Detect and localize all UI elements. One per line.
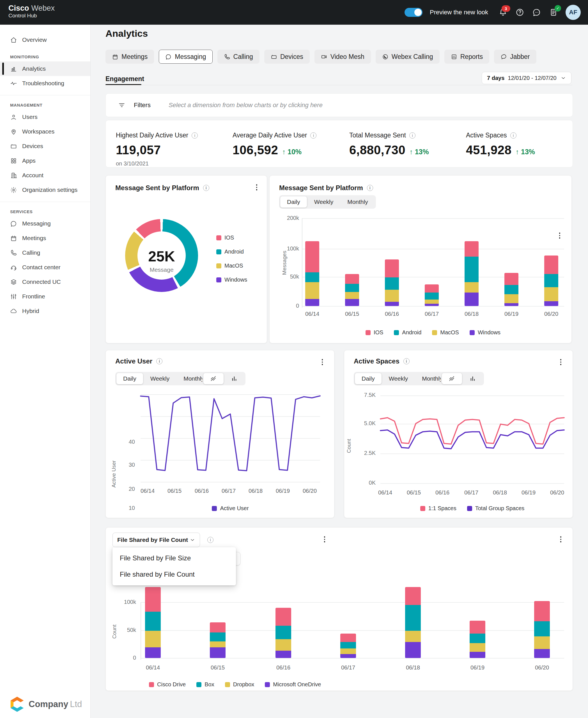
bar-segment — [534, 621, 550, 636]
date-range-preset: 7 days — [487, 75, 504, 81]
sidebar-item-account[interactable]: Account — [0, 168, 90, 183]
company-logo-icon — [9, 696, 25, 712]
sidebar-item-calling[interactable]: Calling — [0, 246, 90, 260]
tab-meetings[interactable]: Meetings — [105, 50, 154, 64]
period-tab-weekly[interactable]: Weekly — [144, 373, 176, 384]
chart-type-bar-button[interactable] — [224, 373, 244, 384]
help-button[interactable] — [515, 7, 525, 17]
avatar[interactable]: AF — [566, 5, 581, 20]
info-icon[interactable]: i — [367, 185, 373, 191]
jabber-icon — [501, 54, 507, 60]
bar-segment — [210, 641, 226, 648]
donut-center-value: 25K — [139, 248, 184, 265]
x-tick: 06/16 — [195, 488, 209, 494]
tasks-button[interactable]: ✓ — [549, 7, 558, 17]
tab-messaging[interactable]: Messaging — [159, 50, 212, 64]
bar-segment — [465, 257, 479, 282]
sidebar-item-devices[interactable]: Devices — [0, 139, 90, 153]
kebab-menu[interactable] — [321, 535, 328, 543]
preview-toggle[interactable] — [404, 8, 422, 17]
user-icon — [10, 113, 17, 121]
calendar-icon — [10, 235, 17, 242]
tab-engagement[interactable]: Engagement — [105, 75, 144, 83]
info-icon[interactable]: i — [510, 132, 517, 139]
kpi-row: Highest Daily Active Useri119,057on 3/10… — [105, 120, 573, 167]
sidebar-item-connected-uc[interactable]: Connected UC — [0, 275, 90, 289]
active-user-title-text: Active User — [115, 357, 152, 365]
sidebar-item-label: Users — [22, 113, 38, 120]
info-icon[interactable]: i — [192, 132, 198, 139]
period-tab-daily[interactable]: Daily — [117, 373, 143, 384]
legend-swatch — [420, 506, 425, 511]
sidebar-item-users[interactable]: Users — [0, 110, 90, 124]
info-icon[interactable]: i — [207, 537, 213, 543]
gridline — [141, 602, 564, 603]
gridline — [141, 658, 564, 658]
sidebar-item-hybrid[interactable]: Hybrid — [0, 304, 90, 318]
gear-icon — [10, 187, 17, 193]
brand: CiscoWebex Control Hub — [8, 4, 55, 19]
notifications-button[interactable]: 3 — [498, 7, 508, 17]
tabs-divider — [105, 85, 572, 85]
bar-segment — [425, 304, 439, 306]
period-tab-daily[interactable]: Daily — [280, 196, 307, 208]
legend-label: 1:1 Spaces — [428, 505, 457, 511]
tab-reports[interactable]: Reports — [444, 50, 489, 64]
kebab-menu[interactable] — [556, 232, 563, 239]
y-tick: 10 — [112, 505, 135, 511]
chart-type-line-button[interactable] — [203, 373, 224, 384]
legend-swatch — [225, 682, 230, 687]
kebab-menu[interactable] — [558, 535, 564, 543]
tab-devices[interactable]: Devices — [264, 50, 310, 64]
sidebar-item-frontline[interactable]: Frontline — [0, 289, 90, 304]
x-tick: 06/18 — [493, 489, 507, 496]
info-icon[interactable]: i — [156, 358, 163, 364]
file-metric-dropdown[interactable]: File Shared by File Count — [112, 533, 200, 547]
chart-type-bar-button[interactable] — [463, 373, 483, 384]
info-icon[interactable]: i — [310, 132, 316, 139]
tab-webex-calling[interactable]: Webex Calling — [376, 50, 440, 64]
sidebar-item-troubleshooting[interactable]: Troubleshooting — [0, 76, 90, 90]
bar-segment — [469, 634, 485, 643]
chart-type-line-button[interactable] — [442, 373, 462, 384]
kebab-menu[interactable] — [319, 358, 326, 366]
bar-segment — [275, 626, 291, 639]
y-tick: 0 — [113, 655, 136, 661]
file-metric-menu: File Shared by File Size File shared by … — [112, 547, 236, 585]
donut-center: 25K Message — [139, 248, 184, 273]
kebab-menu[interactable] — [558, 358, 564, 366]
period-tab-daily[interactable]: Daily — [355, 373, 381, 384]
menu-item-file-size[interactable]: File Shared by File Size — [112, 550, 236, 566]
bar-segment — [385, 259, 399, 277]
bar-segment — [469, 652, 485, 658]
info-icon[interactable]: i — [203, 185, 209, 191]
sidebar-item-contact-center[interactable]: Contact center — [0, 260, 90, 275]
line-series — [380, 430, 564, 449]
sidebar-item-messaging[interactable]: Messaging — [0, 216, 90, 231]
tab-jabber[interactable]: Jabber — [494, 50, 536, 64]
legend-label: Dropbox — [233, 681, 254, 688]
tab-calling[interactable]: Calling — [217, 50, 259, 64]
sidebar-item-analytics[interactable]: Analytics — [0, 61, 90, 76]
sidebar-item-overview[interactable]: Overview — [0, 33, 90, 47]
sidebar-item-apps[interactable]: Apps — [0, 153, 90, 168]
gridline — [141, 394, 320, 395]
period-tab-weekly[interactable]: Weekly — [308, 196, 340, 208]
bars-title-text: Message Sent by Platform — [279, 184, 363, 192]
legend-label: Microsoft OneDrive — [273, 681, 321, 688]
info-icon[interactable]: i — [403, 358, 410, 364]
feedback-button[interactable] — [532, 7, 542, 17]
sidebar-item-workspaces[interactable]: Workspaces — [0, 124, 90, 139]
period-tab-weekly[interactable]: Weekly — [382, 373, 415, 384]
filters-bar[interactable]: Filters Select a dimension from below ch… — [105, 93, 573, 117]
info-icon[interactable]: i — [409, 132, 416, 139]
date-range-select[interactable]: 7 days 12/01/20 - 12/07/20 — [482, 72, 571, 84]
sidebar-item-organization-settings[interactable]: Organization settings — [0, 183, 90, 197]
brand-product: Control Hub — [8, 13, 55, 19]
menu-item-file-count[interactable]: File shared by File Count — [112, 566, 236, 583]
period-tab-monthly[interactable]: Monthly — [340, 196, 375, 208]
kebab-menu[interactable] — [253, 184, 260, 191]
tab-video-mesh[interactable]: Video Mesh — [314, 50, 371, 64]
sidebar-item-meetings[interactable]: Meetings — [0, 231, 90, 246]
brand-cisco: Cisco — [8, 4, 29, 12]
